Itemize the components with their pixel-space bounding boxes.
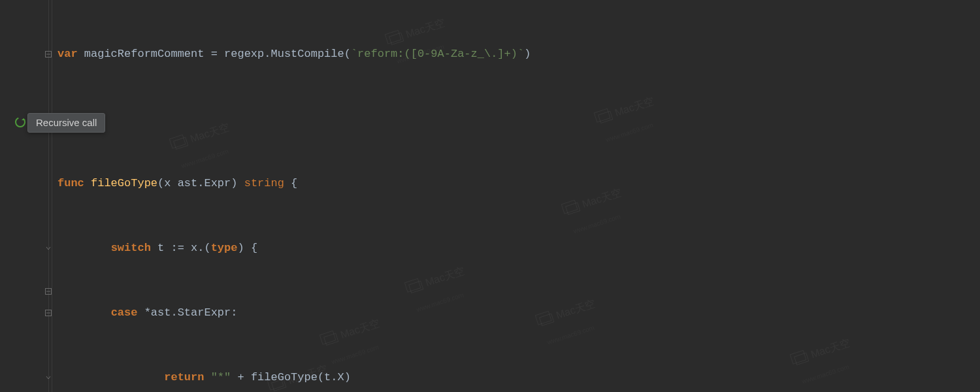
- fold-toggle-icon[interactable]: [44, 50, 52, 58]
- tooltip-recursive-call: Recursive call: [27, 113, 105, 133]
- code-line[interactable]: switch t := x.(type) {: [57, 237, 980, 259]
- recursive-call-icon[interactable]: [14, 116, 26, 128]
- code-line[interactable]: case *ast.StarExpr:: [57, 302, 980, 323]
- fold-toggle-icon[interactable]: [44, 309, 52, 317]
- code-line[interactable]: return "*" + fileGoType(t.X): [57, 367, 980, 388]
- svg-marker-7: [22, 118, 25, 120]
- code-area[interactable]: var magicReformComment = regexp.MustComp…: [52, 0, 980, 392]
- code-line[interactable]: var magicReformComment = regexp.MustComp…: [57, 43, 980, 65]
- code-line[interactable]: func fileGoType(x ast.Expr) string {: [57, 172, 980, 194]
- code-editor[interactable]: var magicReformComment = regexp.MustComp…: [0, 0, 980, 392]
- fold-toggle-icon[interactable]: [44, 287, 52, 295]
- fold-end-icon[interactable]: [44, 244, 52, 252]
- fold-end-icon[interactable]: [44, 374, 52, 382]
- code-line[interactable]: [57, 108, 980, 129]
- tooltip-text: Recursive call: [36, 117, 97, 128]
- gutter: [0, 0, 52, 392]
